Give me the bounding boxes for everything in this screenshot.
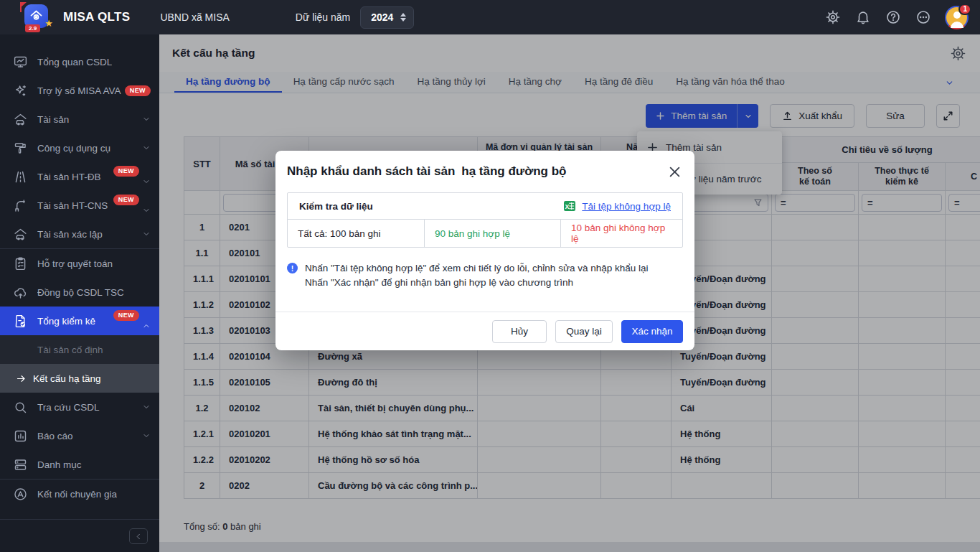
flag-icon	[20, 2, 27, 8]
stepper-icon[interactable]	[400, 13, 406, 22]
year-select[interactable]: 2024	[360, 6, 414, 29]
top-bar: ★ 2.9 MISA QLTS UBND xã MISA Dữ liệu năm…	[0, 0, 980, 34]
sidebar-item-tong-quan-csdl[interactable]: Tổng quan CSDL	[0, 47, 159, 76]
sidebar-item-dong-bo-csdl-tsc[interactable]: Đồng bộ CSDL TSC	[0, 278, 159, 307]
arrow-right-icon	[16, 373, 27, 384]
org-name: UBND xã MISA	[160, 11, 229, 23]
chevron-down-icon	[142, 115, 151, 123]
import-modal: Nhập khẩu danh sách tài sảnhạ tầng đường…	[275, 151, 694, 350]
sidebar-subitem-ket-cau-ha-tang[interactable]: Kết cấu hạ tầng	[0, 364, 159, 393]
sidebar-item-cong-cu-dung-cu[interactable]: Công cụ dụng cụ	[0, 134, 159, 162]
sidebar-item-tai-san-xac-lap[interactable]: Tài sản xác lập	[0, 220, 159, 248]
cloud-sync-icon	[12, 284, 28, 300]
year-label: Dữ liệu năm	[296, 11, 350, 23]
sidebar-item-danh-muc[interactable]: Danh mục	[0, 450, 159, 479]
year-value: 2024	[371, 11, 393, 23]
sidebar-item-tro-ly-so-misa-ava[interactable]: Trợ lý số MISA AVA NEW	[0, 76, 159, 105]
sparkles-icon	[12, 83, 28, 98]
pipe-icon	[12, 197, 28, 213]
sidebar-item-tai-san-ht-cns[interactable]: Tài sản HT-CNS NEW	[0, 191, 159, 220]
sidebar-item-bao-cao[interactable]: Báo cáo	[0, 421, 159, 450]
app-name: MISA QLTS	[63, 10, 130, 24]
catalog-icon	[12, 457, 28, 472]
user-avatar[interactable]: 1	[945, 6, 969, 29]
total-records: Tất cả: 100 bản ghi	[288, 220, 424, 247]
notifications-bell-icon[interactable]	[854, 9, 872, 26]
invalid-records: 10 bản ghi không hợp lệ	[560, 220, 682, 247]
confirm-button[interactable]: Xác nhận	[621, 320, 683, 343]
asset-icon	[12, 111, 28, 127]
dashboard-icon	[12, 54, 28, 70]
excel-file-icon: X	[563, 200, 576, 212]
search-icon	[12, 399, 28, 415]
data-check-panel: Kiểm tra dữ liệu X Tải tệp không hợp lệ …	[287, 192, 683, 248]
cancel-button[interactable]: Hủy	[492, 320, 547, 343]
modal-footer: Hủy Quay lại Xác nhận	[275, 312, 694, 350]
help-icon[interactable]	[885, 9, 902, 26]
new-badge: NEW	[113, 166, 139, 177]
road-icon	[12, 169, 28, 184]
sidebar-subitem-tai-san-co-dinh[interactable]: Tài sản cố định	[0, 335, 159, 364]
doc-check-icon	[12, 313, 28, 329]
sidebar-item-tai-san-ht-db[interactable]: Tài sản HT-ĐB NEW	[0, 162, 159, 191]
info-icon: !	[287, 263, 298, 273]
star-icon: ★	[44, 19, 53, 28]
notification-count-badge: 1	[958, 4, 971, 15]
chevron-down-icon	[142, 230, 151, 238]
modal-title: Nhập khẩu danh sách tài sảnhạ tầng đường…	[287, 164, 567, 179]
report-chart-icon	[12, 428, 28, 444]
app-root: ★ 2.9 MISA QLTS UBND xã MISA Dữ liệu năm…	[0, 0, 980, 552]
chevron-down-icon	[142, 206, 151, 215]
chevron-down-icon	[142, 403, 151, 411]
modal-note: ! Nhấn "Tải tệp không hợp lệ" để xem chi…	[287, 261, 683, 290]
new-badge: NEW	[113, 310, 139, 321]
logo-version: 2.9	[25, 24, 40, 32]
sidebar-item-tong-kiem-ke[interactable]: Tổng kiểm kê NEW	[0, 307, 159, 335]
note-line-1: Nhấn "Tải tệp không hợp lệ" để xem chi t…	[305, 261, 649, 276]
check-data-label: Kiểm tra dữ liệu	[299, 201, 373, 212]
expert-logo-icon	[12, 486, 28, 502]
more-options-icon[interactable]	[915, 9, 932, 26]
clipboard-icon	[12, 256, 28, 271]
paint-roller-icon	[12, 140, 28, 156]
chevron-up-icon	[142, 322, 151, 330]
valid-records: 90 bản ghi hợp lệ	[424, 220, 560, 247]
asset-icon	[12, 226, 28, 242]
misa-logo: ★ 2.9	[20, 2, 53, 32]
home-icon	[29, 9, 44, 24]
sidebar-item-tai-san[interactable]: Tài sản	[0, 105, 159, 134]
sidebar-item-ket-noi-chuyen-gia[interactable]: Kết nối chuyên gia	[0, 480, 159, 508]
sidebar-collapse-button[interactable]	[129, 528, 148, 544]
sidebar-item-tra-cuu-csdl[interactable]: Tra cứu CSDL	[0, 393, 159, 421]
chevron-down-icon	[142, 177, 151, 186]
chevron-down-icon	[142, 431, 151, 440]
new-badge: NEW	[113, 195, 139, 205]
settings-gear-icon[interactable]	[824, 9, 842, 26]
sidebar-item-ho-tro-quyet-toan[interactable]: Hỗ trợ quyết toán	[0, 249, 159, 278]
modal-header: Nhập khẩu danh sách tài sảnhạ tầng đường…	[287, 151, 683, 192]
back-button[interactable]: Quay lại	[555, 320, 613, 343]
download-invalid-file-link[interactable]: X Tải tệp không hợp lệ	[563, 200, 671, 212]
svg-text:X: X	[565, 203, 570, 210]
sidebar: Tổng quan CSDL Trợ lý số MISA AVA NEW Tà…	[0, 34, 159, 552]
sidebar-footer	[0, 519, 159, 552]
close-icon[interactable]	[666, 163, 683, 180]
new-badge: NEW	[125, 85, 151, 96]
note-line-2: Nhấn "Xác nhận" để ghi nhận bản ghi hợp …	[305, 276, 649, 290]
chevron-down-icon	[142, 144, 151, 152]
